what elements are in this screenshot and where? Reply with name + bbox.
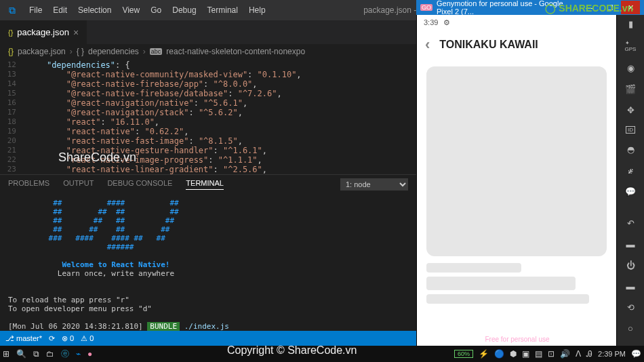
tab-package-json[interactable]: {} package.json ×	[0, 20, 87, 44]
tray-chevron-icon[interactable]: ᐱ	[576, 349, 581, 359]
breadcrumb-file[interactable]: package.json	[18, 47, 66, 56]
emulator-toolbar: ▮ ✦GPS ◉ 🎬 ✥ ID ◓ ⸙ 💬 ↶ ▬ ⏻ ▬ ⟲ ○ ◁	[617, 15, 644, 346]
tab-label: package.json	[17, 27, 69, 37]
brace-icon: { }	[77, 47, 84, 56]
git-branch[interactable]: ⎇ master*	[5, 334, 42, 343]
sharecode-logo: ◯ SHARECODE.vn	[545, 3, 633, 14]
watermark-text: ShareCode.vn	[58, 150, 136, 165]
back-nav-icon[interactable]: ↶	[627, 218, 635, 228]
json-icon: {}	[8, 47, 14, 56]
tray-icon[interactable]: ▤	[535, 349, 542, 359]
charging-icon: ⚡	[479, 349, 489, 359]
main-menu: FileEditSelectionViewGoDebugTerminalHelp	[24, 5, 271, 15]
home-nav-icon[interactable]: ○	[628, 323, 633, 334]
phone-statusbar: 3:39 ⚙	[417, 15, 616, 30]
menu-debug[interactable]: Debug	[167, 5, 201, 15]
notifications-icon[interactable]: 💬	[631, 349, 641, 359]
skeleton-line	[426, 277, 576, 290]
skeleton-image-placeholder	[426, 66, 607, 256]
chevron-right-icon: ›	[143, 47, 146, 56]
volume-up-icon[interactable]: ▬	[626, 281, 635, 291]
breadcrumb-section[interactable]: dependencies	[88, 47, 139, 56]
clapper-icon[interactable]: 🎬	[625, 84, 636, 94]
vscode-statusbar: ⎇ master* ⟳ ⊗ 0 ⚠ 0	[0, 331, 416, 346]
menu-edit[interactable]: Edit	[47, 5, 73, 15]
genymotion-icon: GO	[420, 4, 432, 11]
panel-tab-output[interactable]: OUTPUT	[63, 179, 94, 190]
close-icon[interactable]: ×	[73, 27, 79, 38]
phone-time: 3:39	[424, 18, 438, 26]
disc-icon[interactable]: ◓	[627, 144, 635, 155]
network-icon[interactable]: ⊡	[548, 349, 555, 359]
genymotion-taskbar-icon[interactable]: ●	[87, 349, 92, 359]
chevron-right-icon: ›	[70, 47, 73, 56]
tray-icon[interactable]: ⬢	[510, 349, 517, 359]
windows-start-icon[interactable]: ⊞	[3, 349, 9, 359]
panel-tabs: PROBLEMSOUTPUTDEBUG CONSOLETERMINAL 1: n…	[0, 174, 416, 193]
app-title: TONIKAKU KAWAII	[439, 39, 538, 51]
panel-tab-debug-console[interactable]: DEBUG CONSOLE	[107, 179, 172, 190]
gps-icon[interactable]: ✦GPS	[625, 40, 637, 52]
message-icon[interactable]: 💬	[625, 186, 636, 197]
rotate-icon[interactable]: ⟲	[627, 302, 635, 313]
explorer-icon[interactable]: 🗀	[46, 349, 54, 359]
search-icon[interactable]: 🔍	[16, 349, 26, 359]
abc-icon: abc	[150, 48, 163, 55]
edge-icon[interactable]: ⓔ	[61, 348, 69, 360]
vscode-taskbar-icon[interactable]: ⌁	[76, 349, 81, 359]
menu-terminal[interactable]: Terminal	[202, 5, 243, 15]
menu-view[interactable]: View	[117, 5, 145, 15]
task-view-icon[interactable]: ⧉	[33, 349, 39, 359]
json-icon: {}	[8, 28, 13, 37]
language-icon[interactable]: Ꭿ	[586, 349, 592, 359]
back-icon[interactable]: ‹	[425, 36, 430, 54]
errors-count[interactable]: ⊗ 0	[62, 334, 74, 343]
breadcrumb-item[interactable]: react-native-skeleton-content-nonexpo	[166, 47, 305, 56]
phone-screen[interactable]: 3:39 ⚙ ‹ TONIKAKU KAWAII Free for person…	[416, 15, 617, 346]
volume-icon[interactable]: 🔊	[560, 349, 570, 359]
sync-icon[interactable]: ⟳	[49, 334, 55, 343]
camera-icon[interactable]: ◉	[627, 63, 635, 73]
power-icon[interactable]: ⏻	[626, 260, 635, 270]
vscode-logo-icon: ⧉	[0, 5, 24, 16]
emulator-watermark: Free for personal use	[417, 336, 618, 343]
terminal[interactable]: ## #### ## ## ## ## ## ## ## ## ## ## ##…	[0, 193, 416, 344]
menu-go[interactable]: Go	[145, 5, 167, 15]
tray-icon[interactable]: 🔵	[494, 349, 504, 359]
gear-icon: ⚙	[443, 18, 450, 27]
volume-down-icon[interactable]: ▬	[626, 239, 635, 249]
terminal-select[interactable]: 1: node	[340, 178, 408, 190]
battery-icon[interactable]: ▮	[628, 19, 633, 29]
battery-indicator[interactable]: 60%	[454, 350, 473, 358]
wifi-icon[interactable]: ⸙	[628, 165, 633, 176]
menu-selection[interactable]: Selection	[73, 5, 117, 15]
id-icon[interactable]: ID	[626, 126, 635, 134]
panel-tab-terminal[interactable]: TERMINAL	[186, 179, 224, 190]
move-icon[interactable]: ✥	[627, 105, 635, 115]
warnings-count[interactable]: ⚠ 0	[81, 334, 94, 343]
app-header: ‹ TONIKAKU KAWAII	[417, 30, 616, 60]
menu-file[interactable]: File	[24, 5, 47, 15]
taskbar-clock[interactable]: 2:39 PM	[598, 350, 626, 358]
panel-tab-problems[interactable]: PROBLEMS	[8, 179, 49, 190]
menu-help[interactable]: Help	[243, 5, 271, 15]
skeleton-line	[426, 263, 521, 273]
tray-icon[interactable]: ▣	[522, 349, 529, 359]
skeleton-line	[426, 294, 589, 304]
copyright-text: Copyright © ShareCode.vn	[227, 344, 357, 357]
